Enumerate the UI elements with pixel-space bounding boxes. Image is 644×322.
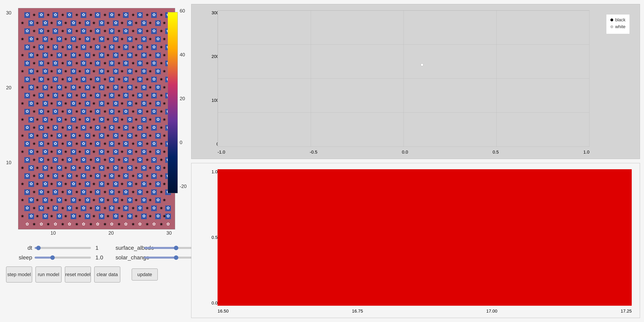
svg-text:✿: ✿ bbox=[156, 53, 160, 57]
svg-text:✿: ✿ bbox=[114, 166, 118, 170]
svg-text:❀: ❀ bbox=[120, 37, 124, 41]
svg-text:✿: ✿ bbox=[156, 37, 160, 41]
svg-text:✿: ✿ bbox=[152, 190, 156, 194]
svg-text:✿: ✿ bbox=[138, 222, 142, 226]
svg-text:❀: ❀ bbox=[106, 102, 110, 106]
svg-text:✿: ✿ bbox=[124, 206, 128, 210]
reset-model-button[interactable]: reset model bbox=[65, 266, 91, 282]
colorbar-label-20: 20 bbox=[180, 96, 187, 102]
legend-white-label: white bbox=[615, 24, 626, 30]
svg-text:✿: ✿ bbox=[82, 222, 85, 226]
svg-text:❀: ❀ bbox=[92, 53, 96, 57]
svg-text:❀: ❀ bbox=[132, 190, 135, 194]
x-label-10: 10 bbox=[47, 230, 59, 236]
svg-text:❀: ❀ bbox=[47, 174, 50, 178]
sleep-slider-track[interactable] bbox=[34, 256, 91, 258]
svg-text:✿: ✿ bbox=[30, 214, 33, 218]
svg-text:❀: ❀ bbox=[149, 214, 152, 218]
svg-text:❀: ❀ bbox=[146, 174, 149, 178]
svg-text:✿: ✿ bbox=[142, 117, 146, 122]
svg-text:❀: ❀ bbox=[92, 150, 96, 154]
svg-text:✿: ✿ bbox=[152, 222, 156, 226]
run-model-button[interactable]: run model bbox=[36, 266, 62, 282]
svg-text:✿: ✿ bbox=[110, 77, 114, 81]
svg-text:❀: ❀ bbox=[78, 134, 81, 138]
clear-data-button[interactable]: clear data bbox=[94, 266, 120, 282]
svg-text:❀: ❀ bbox=[104, 61, 106, 65]
svg-text:✿: ✿ bbox=[156, 166, 160, 170]
svg-text:✿: ✿ bbox=[156, 133, 160, 138]
svg-text:✿: ✿ bbox=[72, 53, 75, 57]
legend-white-dot bbox=[610, 25, 613, 28]
svg-text:❀: ❀ bbox=[149, 150, 152, 154]
svg-text:✿: ✿ bbox=[54, 12, 57, 17]
svg-text:✿: ✿ bbox=[100, 166, 104, 170]
svg-text:❀: ❀ bbox=[92, 118, 96, 122]
step-model-button[interactable]: step model bbox=[6, 266, 32, 282]
svg-text:✿: ✿ bbox=[152, 206, 156, 210]
svg-text:❀: ❀ bbox=[106, 21, 110, 25]
update-button[interactable]: update bbox=[132, 268, 158, 280]
svg-text:❀: ❀ bbox=[89, 174, 92, 178]
svg-text:✿: ✿ bbox=[54, 190, 57, 194]
svg-text:❀: ❀ bbox=[146, 77, 149, 81]
svg-text:❀: ❀ bbox=[163, 118, 166, 122]
colorbar-label-neg20: -20 bbox=[180, 184, 187, 189]
svg-text:✿: ✿ bbox=[128, 85, 132, 89]
svg-text:✿: ✿ bbox=[166, 214, 170, 218]
svg-text:✿: ✿ bbox=[58, 198, 61, 202]
colorbar-label-40: 40 bbox=[180, 52, 187, 58]
svg-text:❀: ❀ bbox=[118, 110, 120, 114]
top-chart-data-point bbox=[420, 64, 424, 66]
svg-text:❀: ❀ bbox=[104, 158, 106, 162]
svg-text:✿: ✿ bbox=[68, 222, 71, 226]
svg-text:✿: ✿ bbox=[58, 133, 61, 138]
svg-text:❀: ❀ bbox=[64, 21, 67, 25]
svg-text:✿: ✿ bbox=[54, 77, 57, 81]
svg-text:✿: ✿ bbox=[124, 61, 128, 65]
svg-text:✿: ✿ bbox=[156, 20, 160, 25]
svg-text:✿: ✿ bbox=[72, 214, 75, 218]
svg-text:❀: ❀ bbox=[89, 126, 92, 130]
sleep-label: sleep bbox=[6, 254, 32, 261]
svg-text:✿: ✿ bbox=[96, 206, 100, 210]
svg-text:❀: ❀ bbox=[163, 69, 166, 73]
svg-text:❀: ❀ bbox=[21, 166, 24, 170]
svg-text:❀: ❀ bbox=[106, 134, 110, 138]
svg-text:❀: ❀ bbox=[47, 29, 50, 33]
svg-text:✿: ✿ bbox=[96, 61, 100, 65]
svg-text:✿: ✿ bbox=[114, 214, 118, 218]
svg-text:❀: ❀ bbox=[47, 94, 50, 98]
svg-text:✿: ✿ bbox=[100, 182, 104, 186]
svg-text:✿: ✿ bbox=[54, 93, 57, 98]
svg-text:❀: ❀ bbox=[104, 13, 106, 17]
svg-text:✿: ✿ bbox=[86, 20, 89, 25]
svg-text:✿: ✿ bbox=[86, 149, 89, 154]
x-label-15 bbox=[76, 230, 88, 236]
svg-text:✿: ✿ bbox=[110, 93, 114, 98]
svg-text:✿: ✿ bbox=[72, 198, 75, 202]
svg-text:❀: ❀ bbox=[163, 198, 166, 202]
svg-text:❀: ❀ bbox=[106, 118, 110, 122]
svg-text:✿: ✿ bbox=[54, 222, 57, 226]
svg-text:✿: ✿ bbox=[110, 174, 114, 178]
dt-slider-track[interactable] bbox=[34, 247, 91, 249]
svg-text:❀: ❀ bbox=[135, 134, 138, 138]
svg-text:❀: ❀ bbox=[36, 118, 39, 122]
svg-text:❀: ❀ bbox=[92, 21, 96, 25]
svg-text:❀: ❀ bbox=[135, 166, 138, 170]
svg-text:❀: ❀ bbox=[21, 53, 24, 57]
svg-text:✿: ✿ bbox=[30, 198, 33, 202]
svg-text:✿: ✿ bbox=[142, 198, 146, 202]
svg-text:✿: ✿ bbox=[26, 174, 29, 178]
svg-text:✿: ✿ bbox=[40, 206, 43, 210]
svg-text:❀: ❀ bbox=[120, 166, 124, 170]
svg-text:❀: ❀ bbox=[21, 198, 24, 202]
svg-text:❀: ❀ bbox=[146, 222, 149, 226]
x-tick-neg1: -1.0 bbox=[218, 150, 225, 155]
svg-text:✿: ✿ bbox=[124, 93, 128, 98]
svg-text:❀: ❀ bbox=[149, 21, 152, 25]
svg-text:✿: ✿ bbox=[58, 85, 61, 89]
svg-text:❀: ❀ bbox=[160, 29, 163, 33]
svg-text:❀: ❀ bbox=[135, 150, 138, 154]
